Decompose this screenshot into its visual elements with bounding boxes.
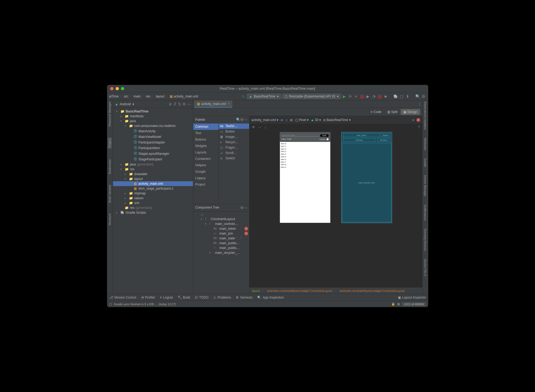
- tree-row[interactable]: ▸ 📁 manifests: [113, 114, 193, 119]
- tab-build[interactable]: 🔨 Build: [178, 296, 190, 299]
- palette-item[interactable]: 🖼Image…: [219, 134, 249, 140]
- palette-category[interactable]: Project: [193, 181, 218, 188]
- search-icon[interactable]: 🔍: [236, 118, 240, 122]
- tree-row[interactable]: Ⓒ ParticipantAdapter: [113, 140, 193, 145]
- file-dropdown[interactable]: activity_main.xml ▾: [252, 118, 279, 122]
- nightmode-icon[interactable]: ◐: [290, 118, 293, 122]
- run-icon[interactable]: ▶: [342, 94, 347, 99]
- api-select[interactable]: ▲ 33 ▾: [311, 118, 321, 122]
- stop-icon[interactable]: ■: [383, 94, 388, 99]
- lock-icon[interactable]: 🔒: [391, 302, 395, 306]
- error-indicator[interactable]: !: [416, 118, 420, 122]
- close-tab-icon[interactable]: ✕: [227, 102, 230, 105]
- tab-version-control[interactable]: ⎇ Version Control: [109, 296, 136, 299]
- tree-row[interactable]: ▦ item_stage_participant.x: [113, 186, 193, 191]
- profile-icon[interactable]: ◔: [371, 94, 376, 99]
- split-view-button[interactable]: ▥Split: [385, 109, 400, 115]
- tree-row[interactable]: ▾ 📁 res: [113, 167, 193, 172]
- search-icon[interactable]: 🔍: [415, 94, 420, 99]
- breadcrumb-item[interactable]: res: [146, 95, 150, 98]
- hide-panel-icon[interactable]: —: [187, 102, 191, 106]
- gutter-resource-manager[interactable]: Resource Manager: [108, 101, 111, 127]
- tree-row[interactable]: ▸ 📁 mipmap: [113, 191, 193, 196]
- event-log-icon[interactable]: ▢: [109, 302, 112, 306]
- tree-row[interactable]: Ⓒ StageLayoutManager: [113, 151, 193, 156]
- gear-icon[interactable]: ⚙: [240, 206, 244, 210]
- palette-category[interactable]: Google: [193, 168, 218, 175]
- tree-row[interactable]: ▸ 📁 java (generated): [113, 162, 193, 167]
- project-tree[interactable]: ▾ 📁 BasicRealTime ▸ 📁 manifests ▾ 📁 java…: [113, 108, 193, 294]
- component-tree-row[interactable]: ▭: [193, 213, 249, 217]
- gear-icon[interactable]: ⚙: [183, 102, 186, 106]
- tab-logcat[interactable]: ≡ Logcat: [160, 296, 173, 299]
- component-tree-row[interactable]: ≡ main_recycler_…: [193, 250, 249, 255]
- breadcrumb-item[interactable]: alTime: [109, 95, 119, 98]
- apply-code-icon[interactable]: ≡: [354, 94, 359, 99]
- close-window-button[interactable]: [110, 87, 113, 90]
- tree-row[interactable]: Ⓒ ParticipantItem: [113, 145, 193, 151]
- debug-icon[interactable]: 🐞: [360, 94, 365, 99]
- component-tree-row[interactable]: ✓ main_publis…: [193, 246, 249, 250]
- settings-icon[interactable]: ⚙: [421, 94, 426, 99]
- tab-menu-icon[interactable]: ⋮: [418, 102, 421, 106]
- palette-item[interactable]: ▢Fragm…: [219, 145, 249, 150]
- tab-todo[interactable]: ☑ TODO: [195, 296, 208, 299]
- gutter-device-manager[interactable]: Device Manager: [424, 175, 427, 197]
- expand-all-icon[interactable]: ⇵: [173, 102, 176, 106]
- gutter-attributes[interactable]: Attributes: [424, 138, 427, 150]
- tab-problems[interactable]: ⚠ Problems: [213, 296, 231, 299]
- design-canvas[interactable]: 👁 ↔ ↕ ? participant token JOIN: [249, 124, 422, 287]
- device-preview[interactable]: participant token JOIN State: %1$s Publi…: [280, 132, 331, 223]
- tree-row[interactable]: Ⓒ MainViewModel: [113, 134, 193, 140]
- more-icon[interactable]: »: [412, 118, 414, 122]
- notifications-icon[interactable]: ▤: [397, 302, 400, 306]
- palette-category[interactable]: Buttons: [193, 136, 218, 143]
- breadcrumb-item[interactable]: main: [134, 95, 141, 98]
- palette-category[interactable]: Layouts: [193, 149, 218, 156]
- minimize-window-button[interactable]: [116, 87, 119, 90]
- tree-row[interactable]: 📁 res (generated): [113, 205, 193, 210]
- hide-icon[interactable]: —: [244, 118, 247, 122]
- attach-debugger-icon[interactable]: 🐞: [377, 94, 382, 99]
- gutter-dependency-updates[interactable]: Dependency Updates: [424, 101, 427, 130]
- tab-services[interactable]: ⚙ Services: [236, 296, 252, 299]
- tree-row[interactable]: ▦ activity_main.xml: [113, 181, 193, 186]
- surface-icon[interactable]: ◈: [280, 118, 283, 122]
- tree-row[interactable]: ▸ 📁 values: [113, 196, 193, 201]
- tree-row[interactable]: ▸ 📁 drawable: [113, 172, 193, 176]
- editor-tab-activity-main[interactable]: ▦ activity_main.xml ✕: [194, 100, 232, 108]
- component-tree-row[interactable]: Ab main_token !: [193, 226, 249, 231]
- apply-changes-icon[interactable]: ⟳: [348, 94, 353, 99]
- chevron-down-icon[interactable]: ▾: [132, 102, 134, 106]
- project-view-label[interactable]: Android: [120, 102, 131, 106]
- collapse-all-icon[interactable]: ⇅: [178, 102, 181, 106]
- component-tree[interactable]: ▭ ▾ ⌇ ConstraintLayout ▾ ⌇ main_controls…: [193, 212, 249, 294]
- bc-layout[interactable]: layout: [252, 289, 260, 292]
- device-dropdown[interactable]: ▢ Resizable (Experimental) API 33 ▾: [282, 94, 341, 99]
- tree-row[interactable]: ▸ 🐘 Gradle Scripts: [113, 210, 193, 215]
- bc-path1[interactable]: androidx.constraintlayout.widget.Constra…: [267, 289, 332, 292]
- tab-layout-inspector[interactable]: ▣ Layout Inspector: [398, 296, 426, 299]
- palette-categories[interactable]: CommonTextButtonsWidgetsLayoutsContainer…: [193, 123, 219, 204]
- sdk-icon[interactable]: ⬇: [405, 94, 410, 99]
- palette-category[interactable]: Text: [193, 130, 218, 136]
- palette-items[interactable]: AbTextVi…▭Button🖼Image…≡Recycl…▢Fragm…▭S…: [219, 123, 249, 204]
- breadcrumb-item[interactable]: layout: [156, 95, 164, 98]
- tree-row[interactable]: ▾ 📁 layout: [113, 176, 193, 181]
- palette-category[interactable]: Containers: [193, 156, 218, 162]
- help-icon[interactable]: ?: [418, 125, 420, 129]
- palette-item[interactable]: ≡Recycl…: [219, 140, 249, 145]
- gutter-structure[interactable]: Structure: [108, 213, 111, 225]
- tree-row[interactable]: Ⓒ MainActivity: [113, 128, 193, 134]
- palette-category[interactable]: Widgets: [193, 143, 218, 149]
- gutter-project[interactable]: Project: [108, 137, 112, 149]
- device-select[interactable]: ▢ Pixel ▾: [295, 118, 309, 122]
- gutter-gradle[interactable]: Gradle: [424, 158, 427, 167]
- theme-select[interactable]: ◎ BasicRealTime ▾: [323, 118, 351, 122]
- tree-row[interactable]: ▾ 📁 BasicRealTime: [113, 109, 193, 114]
- gutter-running-devices[interactable]: Running Devices: [424, 229, 427, 251]
- component-tree-row[interactable]: ▭ main_join !: [193, 231, 249, 236]
- design-view-button[interactable]: ▣Design: [401, 109, 420, 115]
- bc-path2[interactable]: androidx.constraintlayout.widget.Constra…: [339, 289, 404, 292]
- tree-row[interactable]: Ⓒ StageParticipant: [113, 156, 193, 162]
